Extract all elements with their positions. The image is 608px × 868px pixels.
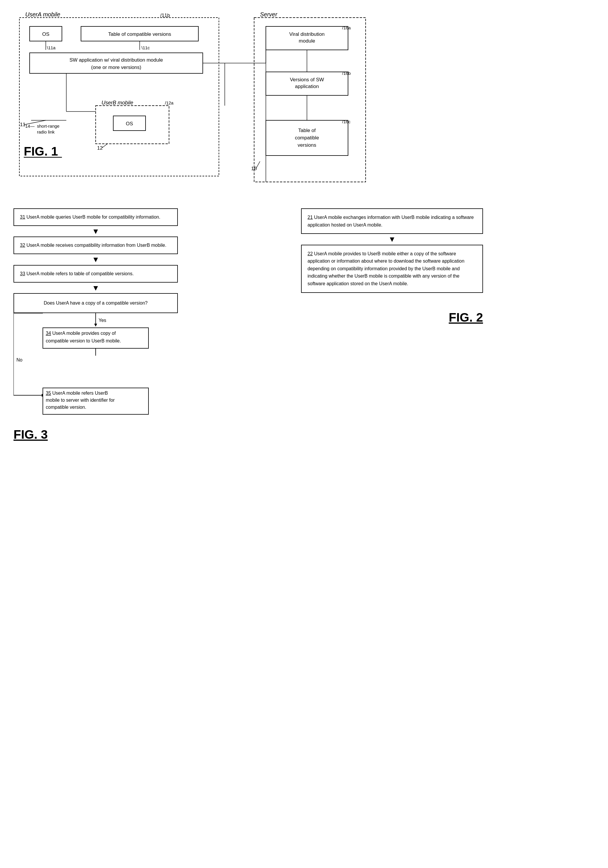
step33-box: 33 UserA mobile refers to table of compa… [14, 265, 178, 282]
fig3-label: FIG. 3 [14, 428, 278, 442]
svg-text:Yes: Yes [99, 318, 106, 323]
svg-text:Versions of SW: Versions of SW [290, 77, 324, 82]
diamond-box: Does UserA have a copy of a compatible v… [14, 293, 178, 313]
svg-text:FIG. 1: FIG. 1 [24, 144, 58, 158]
svg-text:No: No [16, 357, 23, 363]
step22-ref: 22 [307, 251, 313, 256]
fig1-section: UserA mobile /11b OS Table of compatible… [14, 12, 594, 194]
step32-ref: 32 [20, 243, 25, 248]
fig1-svg: UserA mobile /11b OS Table of compatible… [14, 12, 594, 194]
step22-text: 22 UserA mobile provides to UserB mobile… [307, 250, 476, 288]
svg-text:UserB mobile: UserB mobile [102, 100, 133, 105]
svg-text:\11a: \11a [47, 45, 56, 50]
svg-text:application: application [295, 84, 319, 89]
step31-box: 31 UserA mobile queries UserB mobile for… [14, 208, 178, 226]
step33-desc: UserA mobile refers to table of compatib… [26, 271, 134, 276]
step31-ref: 31 [20, 214, 25, 220]
fig2-label: FIG. 2 [301, 310, 483, 324]
fig2-column: 21 UserA mobile exchanges information wi… [301, 208, 565, 442]
step31-desc: UserA mobile queries UserB mobile for co… [26, 214, 160, 220]
arrow-21-22: ▼ [301, 234, 483, 245]
svg-text:34 UserA mobile provides copy : 34 UserA mobile provides copy of [46, 331, 116, 336]
arrow-32-33: ▼ [14, 254, 178, 265]
step21-box: 21 UserA mobile exchanges information wi… [301, 208, 483, 234]
svg-text:compatible version.: compatible version. [46, 405, 86, 410]
svg-text:/16a: /16a [342, 25, 351, 30]
fig2-title: FIG. 2 [449, 310, 483, 324]
svg-text:compatible: compatible [295, 135, 319, 141]
step21-ref: 21 [307, 215, 313, 220]
svg-text:Table of compatible versions: Table of compatible versions [108, 31, 171, 37]
step21-desc: UserA mobile exchanges information with … [307, 215, 474, 228]
svg-text:(one or more versions): (one or more versions) [91, 65, 141, 70]
step32-box: 32 UserA mobile receives compatibility i… [14, 237, 178, 254]
fig3-column: 31 UserA mobile queries UserB mobile for… [14, 208, 278, 442]
branch-area: Yes 34 UserA mobile provides copy of com… [14, 313, 178, 419]
step33-ref: 33 [20, 271, 25, 276]
branch-svg: Yes 34 UserA mobile provides copy of com… [14, 313, 178, 419]
step32-text: 32 UserA mobile receives compatibility i… [20, 242, 171, 249]
svg-text:35 UserA mobile refers UserB: 35 UserA mobile refers UserB [46, 391, 108, 395]
svg-text:module: module [299, 38, 315, 44]
svg-text:/11b: /11b [160, 12, 170, 18]
step22-desc: UserA mobile provides to UserB mobile ei… [307, 251, 465, 286]
svg-text:\11c: \11c [141, 45, 150, 50]
diamond-text: Does UserA have a copy of a compatible v… [44, 301, 147, 305]
svg-text:SW application w/ viral distri: SW application w/ viral distribution mod… [70, 57, 163, 63]
svg-text:compatible version to UserB mo: compatible version to UserB mobile. [46, 338, 121, 343]
step32-desc: UserA mobile receives compatibility info… [26, 243, 166, 248]
fig3-title: FIG. 3 [14, 428, 48, 441]
svg-line-51 [256, 161, 260, 169]
svg-text:Server: Server [260, 12, 278, 18]
step22-box: 22 UserA mobile provides to UserB mobile… [301, 245, 483, 293]
step31-text: 31 UserA mobile queries UserB mobile for… [20, 214, 171, 221]
svg-text:Viral distribution: Viral distribution [289, 31, 325, 37]
svg-text:/12a: /12a [165, 100, 174, 105]
svg-text:OS: OS [126, 121, 133, 127]
step21-text: 21 UserA mobile exchanges information wi… [307, 214, 476, 229]
svg-text:/16b: /16b [342, 71, 351, 76]
svg-text:short-range: short-range [37, 124, 60, 129]
page-container: UserA mobile /11b OS Table of compatible… [14, 12, 594, 442]
step33-text: 33 UserA mobile refers to table of compa… [20, 270, 171, 277]
svg-text:/16c: /16c [342, 119, 351, 124]
svg-text:UserA mobile: UserA mobile [25, 12, 60, 18]
arrow-33-diamond: ▼ [14, 282, 178, 293]
lower-section: 31 UserA mobile queries UserB mobile for… [14, 208, 594, 442]
svg-text:OS: OS [42, 31, 50, 37]
svg-text:versions: versions [298, 142, 316, 148]
svg-rect-11 [29, 53, 203, 73]
svg-text:radio link: radio link [37, 129, 55, 134]
svg-text:Table of: Table of [298, 128, 316, 133]
svg-text:mobile to server with identifi: mobile to server with identifier for [46, 398, 115, 403]
arrow-31-32: ▼ [14, 226, 178, 237]
svg-marker-58 [94, 324, 97, 327]
svg-text:14—: 14— [25, 124, 35, 129]
